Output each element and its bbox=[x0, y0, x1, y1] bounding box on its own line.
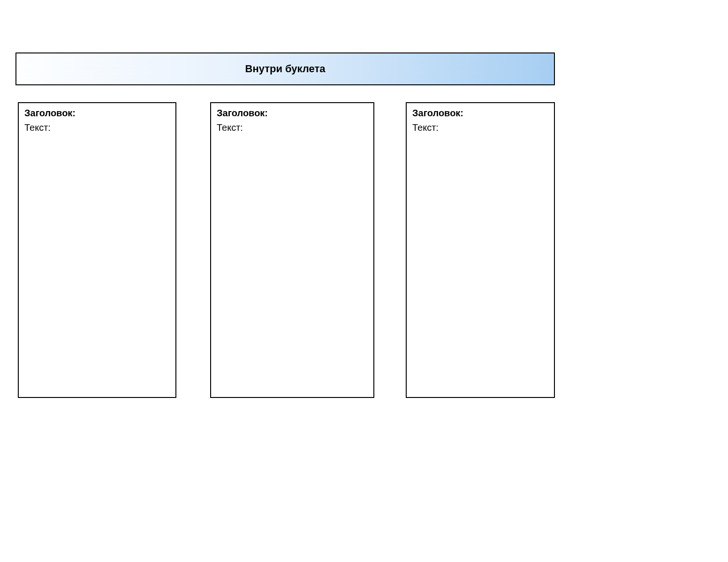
panel-1-text: Текст: bbox=[24, 122, 170, 133]
panel-1-heading: Заголовок: bbox=[24, 108, 170, 119]
panel-3-text: Текст: bbox=[412, 122, 548, 133]
header-title: Внутри буклета bbox=[245, 63, 326, 75]
panel-2: Заголовок: Текст: bbox=[210, 102, 374, 398]
panel-3-heading: Заголовок: bbox=[412, 108, 548, 119]
panel-2-text: Текст: bbox=[217, 122, 368, 133]
panel-1: Заголовок: Текст: bbox=[18, 102, 176, 398]
header-banner: Внутри буклета bbox=[15, 52, 555, 85]
panel-3: Заголовок: Текст: bbox=[406, 102, 555, 398]
panel-2-heading: Заголовок: bbox=[217, 108, 368, 119]
